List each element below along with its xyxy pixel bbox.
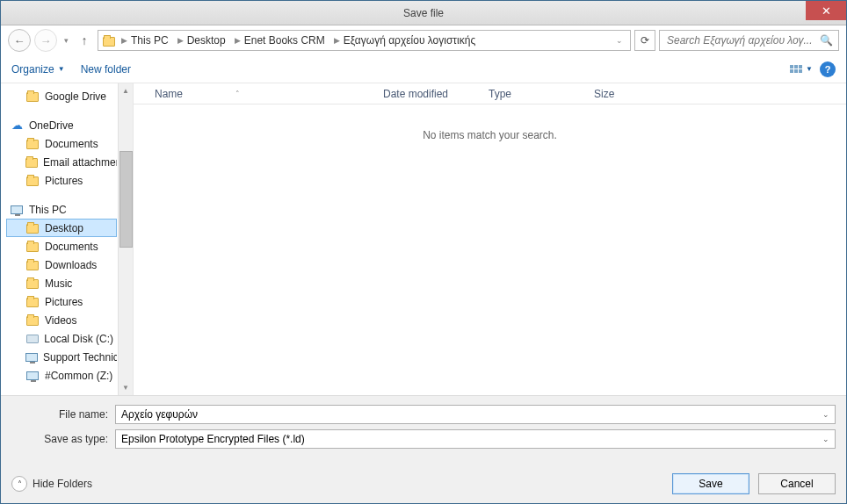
navigation-tree: Google Drive ☁ OneDrive Documents Email … — [1, 83, 133, 395]
new-folder-button[interactable]: New folder — [81, 63, 131, 76]
tree-item-videos[interactable]: Videos — [6, 311, 117, 329]
tree-item-google-drive[interactable]: Google Drive — [6, 87, 117, 105]
cloud-icon: ☁ — [10, 119, 24, 133]
search-icon: 🔍 — [820, 34, 833, 47]
scroll-down-icon[interactable]: ▼ — [119, 380, 133, 395]
tree-item-pictures[interactable]: Pictures — [6, 292, 117, 311]
chevron-right-icon: ▶ — [235, 36, 241, 45]
tree-item-downloads[interactable]: Downloads — [6, 256, 117, 274]
folder-icon — [25, 295, 40, 309]
file-list-pane: Name ˄ Date modified Type Size No items … — [133, 83, 846, 395]
search-field[interactable]: 🔍 — [659, 30, 839, 51]
column-size-header[interactable]: Size — [587, 83, 675, 104]
toolbar: Organize ▼ New folder ▼ ? — [1, 55, 846, 83]
tree-item-email-attachments[interactable]: Email attachmen — [6, 153, 117, 171]
computer-icon — [10, 203, 24, 217]
empty-message: No items match your search. — [423, 129, 557, 141]
cancel-button[interactable]: Cancel — [758, 473, 836, 494]
address-bar[interactable]: ▶This PC ▶Desktop ▶Enet Books CRM ▶Εξαγω… — [98, 30, 631, 51]
tree-item-music[interactable]: Music — [6, 274, 117, 292]
tree-item-desktop[interactable]: Desktop — [6, 219, 117, 237]
saveas-value: Epsilon Prototype Encrypted Files (*.ld) — [121, 433, 305, 445]
breadcrumb: ▶Enet Books CRM — [231, 31, 329, 50]
grid-view-icon — [790, 65, 802, 73]
up-button[interactable]: ↑ — [75, 31, 94, 50]
drive-icon — [25, 332, 39, 346]
folder-icon — [25, 137, 40, 151]
address-dropdown[interactable]: ⌄ — [616, 36, 626, 45]
drive-icon — [25, 369, 40, 383]
drive-icon — [25, 350, 38, 364]
chevron-down-icon: ⌄ — [822, 410, 829, 419]
body-split: Google Drive ☁ OneDrive Documents Email … — [1, 83, 846, 395]
folder-icon — [25, 240, 40, 254]
folder-icon — [25, 258, 40, 272]
folder-icon — [25, 313, 40, 328]
tree-item-documents[interactable]: Documents — [6, 134, 117, 153]
chevron-down-icon: ▼ — [806, 65, 813, 73]
breadcrumb: ▶This PC — [118, 31, 172, 50]
breadcrumb: ▶Εξαγωγή αρχείου λογιστικής — [330, 31, 479, 50]
column-date-header[interactable]: Date modified — [376, 83, 481, 104]
save-button[interactable]: Save — [672, 473, 749, 494]
filename-label: File name: — [11, 408, 108, 421]
help-icon: ? — [825, 64, 831, 75]
chevron-right-icon: ▶ — [334, 36, 340, 45]
organize-menu[interactable]: Organize ▼ — [11, 63, 65, 76]
column-type-header[interactable]: Type — [481, 83, 587, 104]
close-button[interactable]: ✕ — [806, 1, 846, 20]
chevron-down-icon: ⌄ — [822, 435, 829, 443]
view-options-button[interactable]: ▼ — [792, 61, 811, 77]
forward-button[interactable]: → — [34, 29, 57, 52]
tree-item-local-disk[interactable]: Local Disk (C:) — [6, 329, 117, 348]
chevron-right-icon: ▶ — [121, 36, 127, 45]
tree-scrollbar[interactable]: ▲ ▼ — [118, 83, 133, 395]
help-button[interactable]: ? — [820, 61, 836, 77]
chevron-down-icon: ▼ — [58, 65, 65, 73]
refresh-button[interactable]: ⟳ — [634, 30, 655, 51]
scroll-up-icon[interactable]: ▲ — [119, 83, 133, 98]
tree-item-common[interactable]: #Common (Z:) — [6, 366, 117, 385]
forward-arrow-icon: → — [40, 34, 52, 47]
bottom-panel: File name: Αρχείο γεφυρών ⌄ Save as type… — [1, 395, 846, 503]
back-arrow-icon: ← — [14, 34, 25, 47]
hide-folders-toggle[interactable]: ˄ Hide Folders — [11, 476, 92, 492]
chevron-up-icon: ˄ — [11, 476, 27, 492]
chevron-right-icon: ▶ — [177, 36, 184, 45]
sort-indicator-icon: ˄ — [235, 90, 240, 98]
filename-value: Αρχείο γεφυρών — [121, 408, 198, 421]
back-button[interactable]: ← — [8, 29, 31, 52]
tree-item-onedrive[interactable]: ☁ OneDrive — [6, 116, 117, 134]
tree-item-pictures[interactable]: Pictures — [6, 171, 117, 190]
filename-combo[interactable]: Αρχείο γεφυρών ⌄ — [115, 405, 836, 424]
folder-icon — [25, 155, 38, 169]
folder-icon — [25, 277, 40, 291]
tree-item-documents[interactable]: Documents — [6, 237, 117, 256]
window-title: Save file — [403, 7, 444, 19]
navigation-row: ← → ▾ ↑ ▶This PC ▶Desktop ▶Enet Books CR… — [1, 25, 846, 55]
close-icon: ✕ — [822, 4, 831, 18]
up-arrow-icon: ↑ — [82, 33, 88, 47]
saveas-label: Save as type: — [11, 433, 108, 445]
titlebar: Save file ✕ — [1, 1, 846, 25]
folder-icon — [25, 90, 40, 104]
tree-item-this-pc[interactable]: This PC — [6, 200, 117, 219]
search-input[interactable] — [665, 33, 814, 47]
save-file-dialog: Save file ✕ ← → ▾ ↑ ▶This PC ▶Desktop ▶E… — [0, 0, 847, 504]
breadcrumb: ▶Desktop — [174, 31, 229, 50]
file-list: No items match your search. — [134, 104, 846, 395]
scroll-thumb[interactable] — [119, 151, 133, 248]
folder-icon — [25, 174, 40, 188]
history-dropdown[interactable]: ▾ — [61, 29, 71, 52]
folder-icon — [25, 221, 40, 235]
tree-item-support[interactable]: Support Technica — [6, 348, 117, 366]
folder-icon — [102, 33, 116, 47]
column-headers: Name ˄ Date modified Type Size — [134, 83, 846, 104]
refresh-icon: ⟳ — [641, 34, 649, 47]
saveas-combo[interactable]: Epsilon Prototype Encrypted Files (*.ld)… — [115, 429, 836, 449]
column-name-header[interactable]: Name ˄ — [148, 83, 376, 104]
